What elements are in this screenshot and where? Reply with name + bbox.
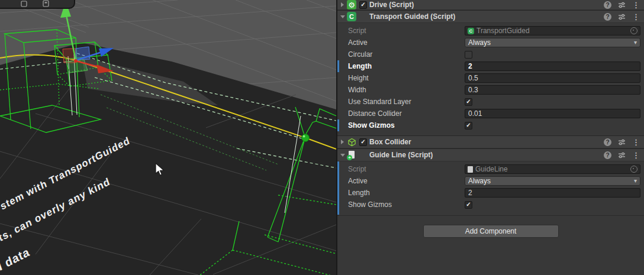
property-value: GuideLine [465, 164, 640, 174]
scene-view[interactable]: ystem with TransportGuided nts, can over… [0, 0, 336, 275]
header-icons: ?⋮ [604, 138, 642, 147]
presets-icon[interactable] [618, 1, 626, 9]
text-field[interactable]: 2 [465, 62, 640, 71]
property-label: Length [348, 62, 465, 70]
help-icon[interactable]: ? [604, 13, 611, 21]
property-value: 2 [465, 188, 640, 198]
property-label: Show Gizmos [348, 121, 465, 130]
property-label: Length [348, 189, 465, 197]
property-value: ✓ [465, 98, 640, 106]
property-value: ✓ [465, 122, 640, 130]
checkbox[interactable] [465, 51, 472, 59]
prefab-override-bar [337, 161, 339, 215]
dropdown-value: Always [468, 38, 491, 47]
text-field[interactable]: 0.01 [465, 109, 640, 118]
component-guide-line-script: +Guide Line (Script)?⋮ScriptGuideLineAct… [337, 148, 644, 215]
checkmark-icon: ✓ [466, 122, 471, 128]
overlay-icon-detail [45, 2, 47, 4]
sphere-highlight [303, 135, 305, 138]
component-transport-guided-script: Transport Guided (Script)?⋮ScriptTranspo… [337, 10, 644, 135]
property-label: Use Standard Layer [348, 98, 465, 106]
property-row-circular: Circular [337, 48, 644, 60]
property-row-length: Length2 [337, 60, 644, 72]
property-label: Circular [348, 50, 465, 59]
object-field[interactable]: TransportGuided [465, 26, 640, 35]
gizmo-origin[interactable] [74, 59, 78, 63]
text-field[interactable]: 2 [465, 188, 640, 198]
chevron-right-icon[interactable] [339, 136, 346, 148]
object-value: GuideLine [475, 165, 628, 173]
property-value: 0.01 [465, 109, 640, 118]
component-title: Box Collider [369, 138, 411, 146]
waypoint-handle-sphere[interactable] [302, 134, 310, 142]
enabled-checkbox[interactable]: ✓ [359, 138, 367, 146]
object-value: TransportGuided [476, 27, 628, 35]
field-value: 0.01 [468, 109, 482, 118]
property-label: Script [348, 27, 465, 35]
component-header-drive-script[interactable]: ✓Drive (Script)?⋮ [337, 0, 644, 10]
property-value: ✓ [465, 201, 640, 209]
field-value: 2 [468, 62, 472, 70]
checkbox[interactable]: ✓ [465, 201, 472, 209]
presets-icon[interactable] [618, 151, 626, 159]
component-header-transport-guided-script[interactable]: Transport Guided (Script)?⋮ [337, 10, 644, 23]
property-row-length: Length2 [337, 187, 644, 199]
scene-overlay-toolbar[interactable] [0, 0, 75, 8]
chevron-right-icon[interactable] [339, 0, 346, 9]
field-value: 0.3 [468, 86, 478, 94]
property-value: 2 [465, 62, 640, 71]
component-drive-script: ✓Drive (Script)?⋮ [337, 0, 644, 10]
dropdown-field[interactable]: Always▾ [465, 38, 640, 47]
more-icon[interactable]: ⋮ [632, 138, 640, 147]
text-field[interactable]: 0.5 [465, 73, 640, 83]
property-value: 0.3 [465, 85, 640, 95]
property-value: TransportGuided [465, 26, 640, 35]
checkbox[interactable]: ✓ [465, 122, 472, 130]
component-title: Guide Line (Script) [369, 151, 433, 159]
object-picker-icon[interactable] [630, 166, 637, 173]
scene-viewport[interactable]: ystem with TransportGuided nts, can over… [0, 0, 336, 275]
checkmark-icon: ✓ [360, 2, 365, 8]
text-field[interactable]: 0.3 [465, 85, 640, 95]
help-icon[interactable]: ? [604, 151, 611, 159]
dropdown-field[interactable]: Always▾ [465, 176, 640, 186]
component-header-box-collider[interactable]: ✓Box Collider?⋮ [337, 135, 644, 148]
more-icon[interactable]: ⋮ [632, 1, 640, 9]
chevron-down-icon[interactable] [339, 149, 346, 161]
checkmark-icon: ✓ [466, 202, 471, 208]
property-row-script: ScriptGuideLine [337, 163, 644, 175]
presets-icon[interactable] [618, 13, 626, 21]
object-picker-icon[interactable] [630, 27, 637, 34]
property-value: Always▾ [465, 176, 640, 186]
property-label: Distance Collider [348, 109, 465, 118]
header-icons: ?⋮ [604, 12, 642, 21]
transport-icon [468, 28, 474, 34]
presets-icon[interactable] [618, 138, 626, 146]
property-value: 0.5 [465, 73, 640, 83]
chevron-down-icon[interactable] [339, 11, 346, 22]
help-icon[interactable]: ? [604, 138, 611, 146]
component-header-guide-line-script[interactable]: +Guide Line (Script)?⋮ [337, 148, 644, 161]
enabled-checkbox[interactable]: ✓ [359, 1, 367, 9]
header-icons: ?⋮ [604, 151, 642, 160]
component-title: Transport Guided (Script) [369, 12, 455, 21]
page-icon [468, 166, 473, 173]
checkbox[interactable]: ✓ [465, 98, 472, 106]
field-value: 0.5 [468, 74, 478, 82]
property-row-height: Height0.5 [337, 72, 644, 84]
property-label: Script [348, 165, 465, 173]
help-icon[interactable]: ? [604, 1, 611, 9]
property-row-show-gizmos: Show Gizmos✓ [337, 199, 644, 211]
property-row-distance-collider: Distance Collider0.01 [337, 108, 644, 119]
more-icon[interactable]: ⋮ [632, 12, 640, 21]
add-component-button[interactable]: Add Component [423, 225, 559, 238]
property-value: Always▾ [465, 38, 640, 47]
added-component-badge: + [347, 155, 352, 160]
inspector-footer: Add Component [337, 215, 644, 238]
chevron-down-icon: ▾ [634, 178, 637, 184]
property-label: Height [348, 74, 465, 82]
property-row-active: ActiveAlways▾ [337, 37, 644, 48]
object-field[interactable]: GuideLine [465, 164, 640, 174]
more-icon[interactable]: ⋮ [632, 151, 640, 160]
inspector-panel: ✓Drive (Script)?⋮Transport Guided (Scrip… [336, 0, 644, 275]
